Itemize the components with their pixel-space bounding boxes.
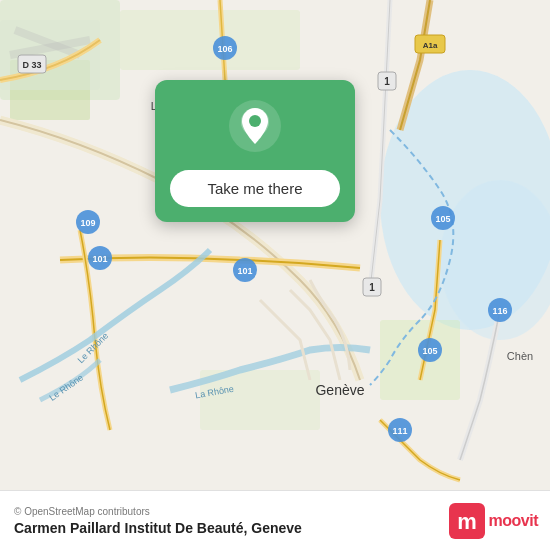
take-me-there-button[interactable]: Take me there (170, 170, 340, 207)
place-name: Carmen Paillard Institut De Beauté, Gene… (14, 520, 302, 536)
svg-text:Chèn: Chèn (507, 350, 533, 362)
moovit-brand-text: moovit (489, 512, 538, 530)
map-area: D 33 106 101 101 109 1 1 105 105 (0, 0, 550, 490)
map-attribution: © OpenStreetMap contributors (14, 506, 302, 517)
svg-text:105: 105 (435, 214, 450, 224)
bottom-bar: © OpenStreetMap contributors Carmen Pail… (0, 490, 550, 550)
app-container: D 33 106 101 101 109 1 1 105 105 (0, 0, 550, 550)
svg-text:1: 1 (384, 76, 390, 87)
location-card: Take me there (155, 80, 355, 222)
location-pin-icon (229, 100, 281, 152)
svg-text:101: 101 (92, 254, 107, 264)
svg-text:116: 116 (492, 306, 507, 316)
place-info: © OpenStreetMap contributors Carmen Pail… (14, 506, 302, 536)
svg-text:1: 1 (369, 282, 375, 293)
svg-text:D 33: D 33 (22, 60, 41, 70)
svg-rect-5 (120, 10, 300, 70)
svg-text:A1a: A1a (423, 41, 438, 50)
svg-point-43 (249, 115, 261, 127)
moovit-icon: m (449, 503, 485, 539)
svg-text:106: 106 (217, 44, 232, 54)
svg-text:105: 105 (422, 346, 437, 356)
svg-text:109: 109 (80, 218, 95, 228)
svg-rect-6 (380, 320, 460, 400)
moovit-logo: m moovit (449, 503, 538, 539)
svg-text:m: m (457, 509, 477, 534)
svg-text:111: 111 (392, 426, 407, 436)
svg-text:Genève: Genève (315, 382, 364, 398)
svg-text:101: 101 (237, 266, 252, 276)
